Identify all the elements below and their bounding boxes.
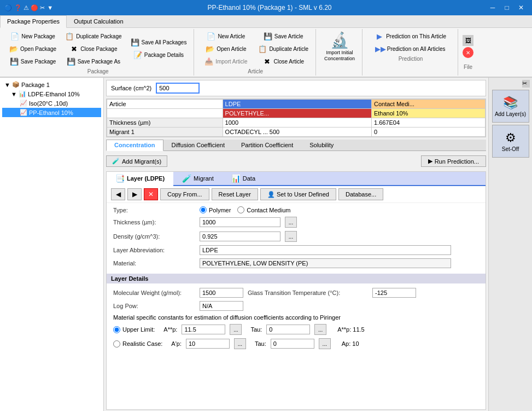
a-star-p-ellipsis[interactable]: ...: [230, 324, 242, 335]
layer-tab-migrant[interactable]: 🧪 Migrant: [173, 172, 223, 185]
mw-input[interactable]: [200, 288, 243, 298]
run-prediction-button[interactable]: ▶ Run Prediction...: [421, 155, 486, 167]
tab-solubility[interactable]: Solubility: [301, 140, 342, 150]
material-input[interactable]: [200, 258, 451, 268]
tree-item-pp-ethanol[interactable]: 📈 PP-Ethanol 10%: [2, 108, 101, 117]
tg-input[interactable]: [372, 288, 416, 298]
user-icon: 👤: [267, 191, 275, 198]
logpow-row: Log Pow:: [113, 301, 479, 311]
tab-diffusion[interactable]: Diffusion Coefficient: [163, 140, 233, 150]
package-details-icon: 📝: [133, 51, 142, 60]
open-article-label: Open Article: [217, 46, 246, 52]
table-cell-polyethyle[interactable]: POLYETHYLE...: [223, 109, 371, 118]
add-migrant-button[interactable]: 🧪 Add Migrant(s): [106, 155, 167, 167]
close-article-button[interactable]: ✖ Close Article: [254, 55, 312, 67]
set-user-defined-button[interactable]: 👤 Set to User Defined: [260, 188, 336, 200]
file-icon1: 🖼: [463, 35, 473, 46]
upper-limit-radio[interactable]: Upper Limit:: [113, 326, 155, 333]
tab-partition[interactable]: Partition Coefficient: [233, 140, 301, 150]
import-concentration-label: Import Initial Concentration: [323, 50, 356, 62]
tree-item-package1[interactable]: ▼ 📦 Package 1: [2, 80, 101, 89]
run-icon: ▶: [428, 158, 432, 165]
tau-realistic-ellipsis[interactable]: ...: [319, 338, 331, 349]
set-off-button[interactable]: ⚙ Set-Off: [492, 125, 529, 158]
save-package-button[interactable]: 💾 Save Package: [5, 55, 60, 67]
mw-label: Molecular Weight (g/mol):: [113, 290, 195, 296]
table-thickness-contact[interactable]: 1.667E04: [371, 118, 485, 128]
layer-tab-data[interactable]: 📊 Data: [223, 172, 264, 185]
a-star-p-input[interactable]: [182, 325, 225, 334]
maximize-button[interactable]: □: [500, 2, 513, 13]
abbreviation-input[interactable]: [200, 245, 451, 255]
new-package-button[interactable]: 📄 New Package: [5, 30, 60, 42]
database-button[interactable]: Database...: [338, 188, 383, 200]
tab-package-properties[interactable]: Package Properties: [0, 15, 67, 28]
tab-output-calculation[interactable]: Output Calculation: [67, 15, 131, 27]
save-article-button[interactable]: 💾 Save Article: [254, 30, 312, 42]
add-layer-icon: 📚: [503, 96, 518, 110]
contact-medium-radio[interactable]: Contact Medium: [237, 206, 290, 213]
table-migrant-ldpe[interactable]: OCTADECYL ... 500: [223, 128, 371, 137]
package-details-button[interactable]: 📝 Package Details: [127, 49, 191, 61]
ap-input[interactable]: [186, 339, 230, 349]
duplicate-article-button[interactable]: 📋 Duplicate Article: [254, 43, 312, 55]
thickness-ellipsis[interactable]: ...: [285, 217, 297, 228]
thickness-input[interactable]: [200, 217, 280, 227]
tau-upper-input[interactable]: [266, 325, 310, 334]
upper-limit-radio-input[interactable]: [113, 326, 120, 333]
tree-item-ldpe[interactable]: ▼ 📊 LDPE-Ethanol 10%: [2, 89, 101, 99]
density-ellipsis[interactable]: ...: [285, 231, 297, 242]
tau-upper-ellipsis[interactable]: ...: [314, 324, 326, 335]
minimize-button[interactable]: ─: [486, 2, 499, 13]
diff-constants-label: Material specific constants for estimati…: [113, 314, 341, 321]
prediction-this-button[interactable]: ▶ Prediction on This Article: [367, 30, 454, 42]
mw-tg-row: Molecular Weight (g/mol): Glass Transiti…: [113, 288, 479, 298]
copy-from-button[interactable]: Copy From...: [160, 188, 209, 200]
save-all-packages-button[interactable]: 💾 Save All Packages: [127, 37, 191, 49]
tab-concentration[interactable]: Concentration: [106, 140, 163, 151]
import-article-button[interactable]: 📥 Import Article: [198, 55, 253, 67]
run-label: Run Prediction...: [435, 158, 479, 165]
abbreviation-label: Layer Abbreviation:: [113, 247, 195, 253]
save-package-as-button[interactable]: 💾 Save Package As: [61, 55, 125, 67]
delete-button[interactable]: ✕: [144, 188, 158, 200]
duplicate-article-icon: 📋: [258, 44, 267, 53]
contact-medium-radio-input[interactable]: [237, 206, 244, 213]
layer-tab-layer[interactable]: 📑 Layer (LDPE): [107, 172, 173, 186]
surface-input[interactable]: [156, 83, 200, 94]
ap-ellipsis[interactable]: ...: [234, 338, 246, 349]
tau-realistic-input[interactable]: [271, 339, 314, 349]
polymer-radio-input[interactable]: [200, 206, 207, 213]
realistic-case-radio-input[interactable]: [113, 340, 120, 348]
save-package-as-label: Save Package As: [78, 59, 120, 65]
table-cell-ethanol[interactable]: Ethanol 10%: [371, 109, 485, 118]
close-button[interactable]: ✕: [515, 2, 528, 13]
content-area: Surface (cm^2) Article LDPE Contact Medi…: [104, 78, 488, 411]
prediction-all-button[interactable]: ▶▶ Prediction on All Articles: [367, 43, 454, 55]
prev-button[interactable]: ◀: [111, 188, 125, 200]
polymer-radio[interactable]: Polymer: [200, 206, 231, 213]
abbreviation-row: Layer Abbreviation:: [113, 245, 479, 255]
duplicate-package-button[interactable]: 📋 Duplicate Package: [61, 30, 125, 42]
table-header-ldpe[interactable]: LDPE: [223, 100, 371, 109]
table-thickness-ldpe[interactable]: 1000: [223, 118, 371, 128]
tree-item-iso[interactable]: 📈 Iso(20°C ,10d): [2, 99, 101, 108]
prediction-group-label: Prediction: [399, 56, 423, 62]
density-input[interactable]: [200, 231, 280, 241]
logpow-input[interactable]: [200, 301, 243, 311]
reset-layer-button[interactable]: Reset Layer: [212, 188, 258, 200]
close-package-button[interactable]: ✖ Close Package: [61, 43, 125, 55]
import-concentration-button[interactable]: 🔬 Import Initial Concentration: [320, 30, 359, 63]
layer-tab-label: Layer (LDPE): [127, 175, 165, 182]
open-article-button[interactable]: 📂 Open Article: [198, 43, 253, 55]
migrant-tab-icon: 🧪: [182, 174, 191, 183]
table-migrant-contact[interactable]: 0: [371, 128, 485, 137]
next-button[interactable]: ▶: [127, 188, 142, 200]
table-header-contact[interactable]: Contact Medi...: [371, 100, 485, 109]
add-layer-button[interactable]: 📚 Add Layer(s): [492, 90, 529, 123]
open-package-button[interactable]: 📂 Open Package: [5, 43, 60, 55]
ribbon-group-file: 🖼 ✕ File: [459, 29, 477, 76]
material-row: Material:: [113, 258, 479, 268]
new-article-button[interactable]: 📄 New Article: [198, 30, 253, 42]
realistic-case-radio[interactable]: Realistic Case:: [113, 340, 162, 348]
